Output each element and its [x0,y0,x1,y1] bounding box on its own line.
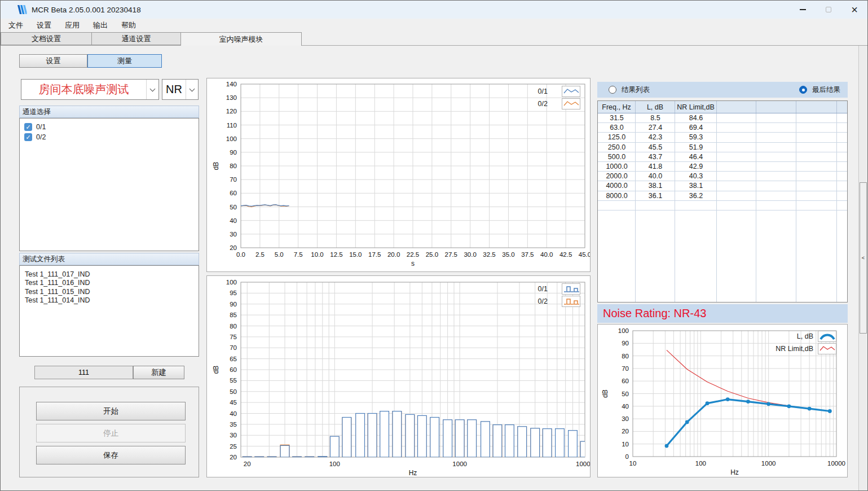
svg-text:10000: 10000 [576,461,590,467]
table-cell [717,143,756,152]
file-list-item[interactable]: Test 1_111_014_IND [20,296,199,305]
table-cell: 2000.0 [598,172,636,181]
svg-text:1000: 1000 [761,460,776,467]
collapse-panel-handle[interactable]: < [860,182,867,334]
svg-text:20: 20 [230,454,237,461]
table-cell: 69.4 [675,123,717,132]
table-cell: 59.3 [675,133,717,142]
save-button[interactable]: 保存 [36,446,186,464]
menu-item[interactable]: 帮助 [114,19,143,32]
minimize-button[interactable] [790,1,816,19]
test-file-list: Test 1_111_017_INDTest 1_111_016_INDTest… [19,265,199,357]
table-cell: 4000.0 [598,181,636,190]
channel-row: ✓0/2 [20,132,199,142]
start-button[interactable]: 开始 [36,402,186,420]
dropdown-arrow-box[interactable] [186,80,198,99]
svg-text:100: 100 [226,279,237,286]
rating-type-value: NR [162,80,186,99]
svg-text:90: 90 [622,340,629,347]
file-list-item[interactable]: Test 1_111_015_IND [20,288,199,296]
test-type-dropdown[interactable]: 房间本底噪声测试 [21,79,159,100]
svg-text:22.5: 22.5 [407,251,419,258]
dropdown-arrow-box[interactable] [146,80,158,99]
svg-text:100: 100 [329,461,340,467]
table-cell [756,113,796,122]
menu-item[interactable]: 设置 [30,19,58,32]
table-cell: 40.3 [675,172,717,181]
channel-checkbox[interactable]: ✓ [24,133,32,141]
svg-text:0.0: 0.0 [236,251,245,258]
rating-type-dropdown[interactable]: NR [162,79,199,100]
new-file-button[interactable]: 新建 [133,366,184,379]
menu-item[interactable]: 文件 [2,19,30,32]
svg-text:25.0: 25.0 [426,251,438,258]
svg-text:30: 30 [230,432,237,439]
table-header-cell [717,101,756,113]
subtab-measure[interactable]: 测量 [87,54,162,68]
menu-item[interactable]: 输出 [86,19,114,32]
time-chart-legend: 0/10/2 [538,85,580,110]
legend-line-icon [562,98,580,109]
svg-text:dB: dB [601,389,609,398]
svg-text:32.5: 32.5 [483,251,495,258]
table-cell [717,123,756,132]
result-list-radio-label: 结果列表 [622,85,650,95]
stop-button[interactable]: 停止 [36,424,186,442]
table-header-cell: L, dB [636,101,675,113]
table-cell: 36.1 [636,191,675,200]
menu-bar: 文件设置应用输出帮助 [1,19,867,32]
svg-text:70: 70 [622,365,629,372]
last-result-radio[interactable] [799,86,807,94]
table-cell: 250.0 [598,143,636,152]
application-window: MCR Beta 2.05.0.001 20230418 × 文件设置应用输出帮… [0,0,868,491]
collapse-icon: < [862,255,865,261]
tab-3[interactable]: 室内噪声模块 [181,32,302,46]
subtab-settings[interactable]: 设置 [19,54,87,68]
table-cell: 40.0 [636,172,675,181]
table-row: 2000.040.040.3 [598,172,847,181]
channel-checkbox[interactable]: ✓ [24,123,32,131]
svg-text:85: 85 [230,312,237,318]
table-cell [796,143,837,152]
table-cell: 27.4 [636,123,675,132]
svg-text:80: 80 [230,323,237,330]
close-button[interactable]: × [841,1,867,19]
title-bar: MCR Beta 2.05.0.001 20230418 × [1,1,867,19]
table-row: 31.58.584.6 [598,113,847,123]
legend-label: 0/1 [538,285,548,293]
legend-item: L, dB [776,330,836,343]
file-list-item[interactable]: Test 1_111_016_IND [20,279,199,287]
table-cell: 84.6 [675,113,717,122]
svg-text:20.0: 20.0 [387,251,400,258]
svg-text:45.0: 45.0 [579,251,590,258]
svg-text:40: 40 [622,403,629,410]
tab-2[interactable]: 通道设置 [92,32,181,45]
tab-strip: 文档设置通道设置室内噪声模块 [1,32,867,46]
channel-select-header: 通道选择 [19,106,199,118]
svg-text:17.5: 17.5 [368,251,381,258]
menu-item[interactable]: 应用 [58,19,86,32]
svg-text:80: 80 [230,163,237,169]
maximize-button[interactable] [816,1,841,19]
svg-text:27.5: 27.5 [445,251,457,258]
table-cell: 125.0 [598,133,636,142]
svg-text:80: 80 [622,353,629,360]
svg-text:130: 130 [226,94,237,101]
file-list-item[interactable]: Test 1_111_017_IND [20,270,199,279]
nr-chart-panel: 010203040506070809010010100100010000HzdB… [597,324,848,477]
spectrum-chart: 2025303540455055606570758085909510020100… [207,276,590,477]
table-cell [717,162,756,171]
svg-text:70: 70 [230,344,237,351]
svg-text:42.5: 42.5 [559,251,572,258]
window-title: MCR Beta 2.05.0.001 20230418 [32,6,141,14]
table-cell: 45.5 [636,143,675,152]
chevron-down-icon [190,86,195,91]
table-cell [717,152,756,161]
result-list-radio[interactable] [609,86,616,94]
minimize-icon [800,9,806,10]
table-row: 4000.038.138.1 [598,181,847,191]
tab-1[interactable]: 文档设置 [1,32,92,45]
file-name-input[interactable] [34,366,133,379]
last-result-radio-label: 最后结果 [812,85,840,95]
svg-text:40.0: 40.0 [540,251,553,258]
